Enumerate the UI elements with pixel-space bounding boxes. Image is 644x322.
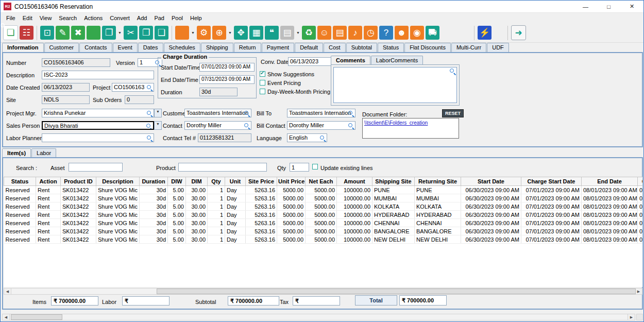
event-pricing-checkbox[interactable] <box>260 80 265 86</box>
column-header-qty[interactable]: Qty <box>208 177 225 186</box>
cell-returning-site[interactable]: KOLKATA <box>415 202 461 211</box>
labor-planner-search-icon[interactable] <box>147 135 152 141</box>
cell-product-id[interactable]: SK013422 <box>61 202 96 211</box>
cell-charge-end-date[interactable]: 07/31/2023 09:00 AM <box>638 227 643 235</box>
tab-return[interactable]: Return <box>234 43 261 52</box>
cell-status[interactable]: Reserved <box>4 186 36 194</box>
language-search-icon[interactable] <box>320 135 326 141</box>
cell-charge-start-date[interactable]: 07/01/2023 09:00 AM <box>521 219 582 227</box>
cell-start-date[interactable]: 06/30/2023 09:00 AM <box>461 186 521 194</box>
project-field[interactable]: CO1506163 <box>112 83 154 92</box>
cell-diw[interactable]: 5.00 <box>168 219 186 227</box>
column-header-duration[interactable]: Duration <box>140 177 168 186</box>
cell-net-each[interactable]: 5000.00 <box>306 211 337 219</box>
cell-end-date[interactable]: 08/01/2023 09:00 AM <box>582 227 638 235</box>
cell-product-id[interactable]: SK013422 <box>61 235 96 244</box>
resize-grip[interactable] <box>636 314 643 320</box>
cell-product-id[interactable]: SK013422 <box>61 186 96 194</box>
cell-site-price[interactable]: 5263.16 <box>246 202 277 211</box>
cell-qty[interactable]: 1 <box>208 219 225 227</box>
cell-qty[interactable]: 1 <box>208 211 225 219</box>
cell-amount[interactable]: 100000.00 <box>337 186 372 194</box>
labor-planner-field[interactable] <box>42 133 154 142</box>
delete-icon[interactable]: ✖ <box>71 26 85 40</box>
cell-action[interactable]: Rent <box>36 186 61 194</box>
photo-icon[interactable]: ◉ <box>410 26 424 40</box>
smiley-icon[interactable]: ☺ <box>317 26 331 40</box>
comments-tab-laborcomments[interactable]: LaborComments <box>371 56 423 65</box>
cell-duration[interactable]: 30d <box>140 235 168 244</box>
cell-end-date[interactable]: 08/01/2023 09:00 AM <box>582 211 638 219</box>
cell-status[interactable]: Reserved <box>4 227 36 235</box>
table-row[interactable]: ReservedRentSK013422Shure VOG Mic30d5.00… <box>4 235 643 244</box>
cell-dim[interactable]: 30.00 <box>186 202 208 211</box>
cell-shipping-site[interactable]: CHENNAI <box>372 219 415 227</box>
cell-end-date[interactable]: 08/01/2023 09:00 AM <box>582 219 638 227</box>
product-input[interactable] <box>178 163 267 172</box>
cell-diw[interactable]: 5.00 <box>168 186 186 194</box>
cell-unit[interactable]: Day <box>225 235 246 244</box>
tab-customer[interactable]: Customer <box>44 43 79 52</box>
cell-dim[interactable]: 30.00 <box>186 186 208 194</box>
column-header-diw[interactable]: DIW <box>168 177 186 186</box>
cell-shipping-site[interactable]: KOLKATA <box>372 202 415 211</box>
tab-schedules[interactable]: Schedules <box>164 43 200 52</box>
column-header-charge-end-date[interactable]: Charge End Date <box>638 177 643 186</box>
project-search-icon[interactable] <box>147 85 152 91</box>
cell-charge-start-date[interactable]: 07/01/2023 09:00 AM <box>521 235 582 244</box>
expand-icon[interactable]: ✥ <box>234 26 248 40</box>
cell-status[interactable]: Reserved <box>4 211 36 219</box>
cell-charge-start-date[interactable]: 07/01/2023 09:00 AM <box>521 194 582 202</box>
tab-information[interactable]: Information <box>2 43 44 52</box>
cell-site-price[interactable]: 5263.16 <box>246 211 277 219</box>
cell-action[interactable]: Rent <box>36 211 61 219</box>
table-row[interactable]: ReservedRentSK013422Shure VOG Mic30d5.00… <box>4 186 643 194</box>
bill-to-field[interactable]: Toastmasters Internation <box>287 109 355 117</box>
cell-shipping-site[interactable]: HYDERABAD <box>372 211 415 219</box>
menu-pad[interactable]: Pad <box>150 14 168 22</box>
sales-person-field[interactable]: Divya Bharati <box>42 121 154 130</box>
tab-udf[interactable]: UDF <box>487 43 509 52</box>
tab-default[interactable]: Default <box>295 43 323 52</box>
cell-action[interactable]: Rent <box>36 235 61 244</box>
schedule-icon[interactable]: ◷ <box>364 26 378 40</box>
cell-charge-start-date[interactable]: 07/01/2023 09:00 AM <box>521 227 582 235</box>
cell-description[interactable]: Shure VOG Mic <box>96 186 140 194</box>
column-header-end-date[interactable]: End Date <box>582 177 638 186</box>
music-icon[interactable]: ♪ <box>348 26 362 40</box>
cell-shipping-site[interactable]: NEW DELHI <box>372 235 415 244</box>
column-header-description[interactable]: Description <box>96 177 140 186</box>
cell-action[interactable]: Rent <box>36 227 61 235</box>
add-contact-icon[interactable]: ☻ <box>395 26 409 40</box>
window-scroll-right-icon[interactable]: ▶ <box>628 314 635 320</box>
cell-unit-price[interactable]: 5000.00 <box>277 186 306 194</box>
cell-returning-site[interactable]: CHENNAI <box>415 219 461 227</box>
cell-status[interactable]: Reserved <box>4 235 36 244</box>
copy-icon[interactable]: ❐ <box>139 26 153 40</box>
menu-convert[interactable]: Convert <box>106 14 133 22</box>
cell-description[interactable]: Shure VOG Mic <box>96 235 140 244</box>
edit-icon[interactable]: ✎ <box>56 26 70 40</box>
bill-to-search-icon[interactable] <box>348 111 354 116</box>
cell-site-price[interactable]: 5263.16 <box>246 227 277 235</box>
column-header-net-each[interactable]: Net Each <box>306 177 337 186</box>
truck-icon[interactable]: ⛟ <box>426 26 439 40</box>
close-button[interactable]: ✕ <box>620 1 643 12</box>
print-icon[interactable]: ☷ <box>20 26 33 40</box>
menu-file[interactable]: File <box>3 14 19 22</box>
table-row[interactable]: ReservedRentSK013422Shure VOG Mic30d5.00… <box>4 227 643 235</box>
column-header-start-date[interactable]: Start Date <box>461 177 521 186</box>
comments-icon[interactable]: ❝ <box>265 26 279 40</box>
cell-action[interactable]: Rent <box>36 194 61 202</box>
cell-unit-price[interactable]: 5000.00 <box>277 202 306 211</box>
cell-end-date[interactable]: 08/01/2023 09:00 AM <box>582 202 638 211</box>
tab-shipping[interactable]: Shipping <box>201 43 233 52</box>
cell-duration[interactable]: 30d <box>140 227 168 235</box>
cell-action[interactable]: Rent <box>36 202 61 211</box>
tab-status[interactable]: Status <box>378 43 404 52</box>
column-header-product-id[interactable]: Product ID <box>61 177 96 186</box>
cell-net-each[interactable]: 5000.00 <box>306 194 337 202</box>
cell-dim[interactable]: 30.00 <box>186 219 208 227</box>
cell-returning-site[interactable]: PUNE <box>415 186 461 194</box>
help-chat-icon[interactable]: ? <box>379 26 393 40</box>
